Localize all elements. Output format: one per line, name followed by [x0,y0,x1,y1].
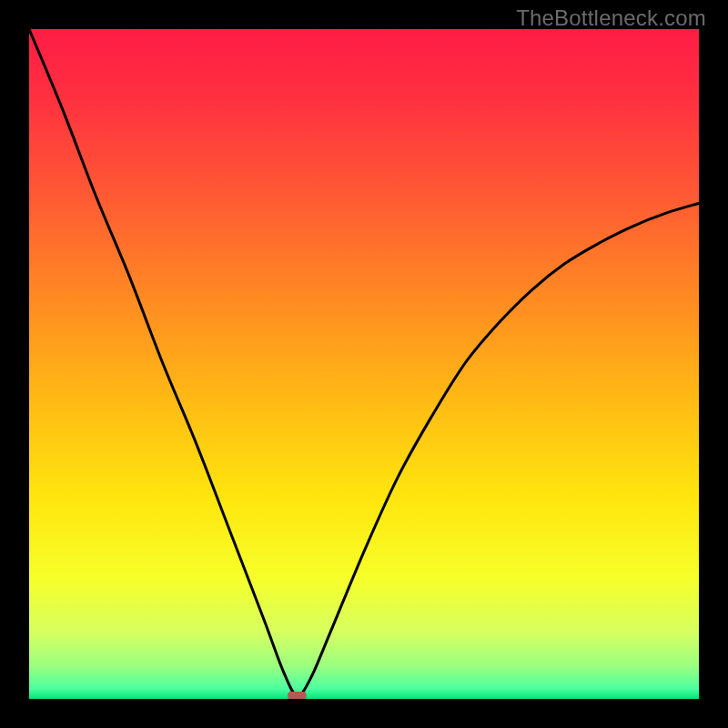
chart-frame: TheBottleneck.com [0,0,728,728]
minimum-marker [288,692,307,699]
bottleneck-curve [29,29,699,695]
chart-svg [29,29,699,699]
plot-area [29,29,699,699]
watermark-text: TheBottleneck.com [516,5,706,31]
